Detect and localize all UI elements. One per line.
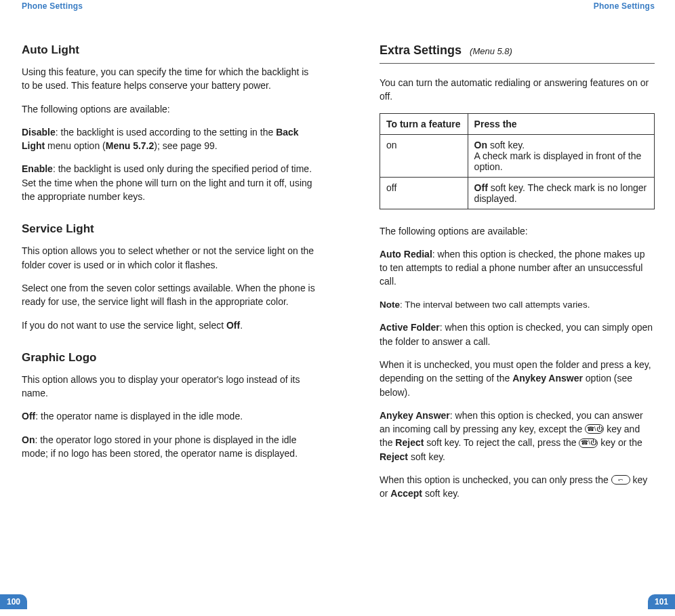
body-text: You can turn the automatic redialing or … [380, 76, 655, 104]
body-text: If you do not want to use the service li… [22, 319, 317, 332]
feature-table: To turn a feature Press the on On soft k… [380, 113, 655, 209]
body-text: When this option is unchecked, you can o… [380, 473, 655, 501]
menu-number: (Menu 5.8) [470, 46, 512, 56]
page-header-left: Phone Settings [22, 1, 317, 11]
term: On [22, 434, 35, 445]
table-header: Press the [468, 113, 654, 134]
body-text: Using this feature, you can specify the … [22, 65, 317, 93]
page-number-right: 101 [648, 594, 675, 609]
term: Anykey Answer [380, 410, 450, 421]
page-right: Phone Settings Extra Settings (Menu 5.8)… [338, 0, 675, 616]
send-call-icon: ⤺ [611, 475, 630, 485]
body-text: This option allows you to display your o… [22, 373, 317, 401]
table-header: To turn a feature [380, 113, 468, 134]
section-title-service-light: Service Light [22, 222, 317, 236]
body-text: Enable: the backlight is used only durin… [22, 162, 317, 203]
note-text: Note: The interval between two call atte… [380, 298, 655, 312]
section-title-graphic-logo: Graphic Logo [22, 351, 317, 365]
section-title-extra-settings: Extra Settings [380, 43, 462, 58]
heading-row: Extra Settings (Menu 5.8) [380, 43, 655, 58]
body-text: Disable: the backlight is used according… [22, 125, 317, 153]
table-row: To turn a feature Press the [380, 113, 655, 134]
term: Off [22, 411, 35, 422]
end-call-icon: ☎\⏻ [579, 438, 598, 448]
body-text: Anykey Answer: when this option is check… [380, 409, 655, 464]
body-text: Active Folder: when this option is check… [380, 321, 655, 348]
body-text: When it is unchecked, you must open the … [380, 358, 655, 399]
body-text: This option allows you to select whether… [22, 244, 317, 272]
body-text: On: the operator logo stored in your pho… [22, 433, 317, 461]
table-cell: on [380, 134, 468, 177]
body-text: Off: the operator name is displayed in t… [22, 409, 317, 423]
body-text: The following options are available: [22, 102, 317, 116]
body-text: Select one from the seven color settings… [22, 281, 317, 309]
table-cell: off [380, 177, 468, 209]
term: Auto Redial [380, 249, 432, 260]
table-row: on On soft key. A check mark is displaye… [380, 134, 655, 177]
table-cell: On soft key. A check mark is displayed i… [468, 134, 654, 177]
end-call-icon: ☎\⏻ [585, 424, 604, 434]
term: Enable [22, 163, 53, 174]
body-text: Auto Redial: when this option is checked… [380, 247, 655, 289]
term: Active Folder [380, 322, 440, 333]
table-cell: Off soft key. The check mark is no longe… [468, 177, 654, 209]
page-number-left: 100 [0, 594, 27, 609]
page-header-right: Phone Settings [380, 1, 655, 11]
heading-rule [380, 63, 655, 64]
page-left: Phone Settings Auto Light Using this fea… [0, 0, 338, 616]
body-text: The following options are available: [380, 224, 655, 238]
section-title-auto-light: Auto Light [22, 43, 317, 57]
term: Disable [22, 127, 56, 138]
table-row: off Off soft key. The check mark is no l… [380, 177, 655, 209]
